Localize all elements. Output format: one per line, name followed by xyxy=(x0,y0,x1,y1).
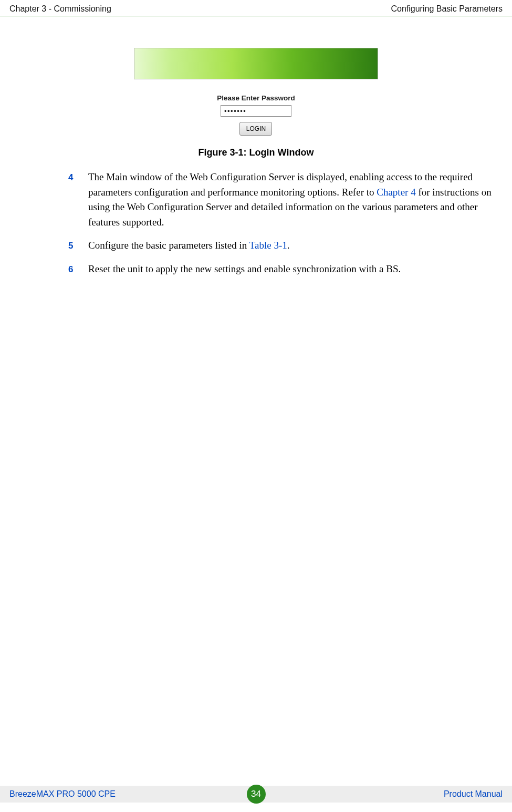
step-text: Reset the unit to apply the new settings… xyxy=(88,262,497,277)
login-form: Please Enter Password LOGIN xyxy=(217,94,295,136)
figure-login-window: Please Enter Password LOGIN Figure 3-1: … xyxy=(9,48,503,158)
page-content: Please Enter Password LOGIN Figure 3-1: … xyxy=(0,16,512,276)
step-number: 4 xyxy=(68,170,77,230)
list-item: 5 Configure the basic parameters listed … xyxy=(68,238,497,253)
login-button[interactable]: LOGIN xyxy=(239,122,272,136)
step-text-part: Configure the basic parameters listed in xyxy=(88,240,249,251)
step-text: Configure the basic parameters listed in… xyxy=(88,238,497,253)
step-text-part: . xyxy=(287,240,290,251)
step-text: The Main window of the Web Configuration… xyxy=(88,170,497,230)
page-header: Chapter 3 - Commissioning Configuring Ba… xyxy=(0,0,512,16)
header-section: Configuring Basic Parameters xyxy=(391,4,503,14)
step-list: 4 The Main window of the Web Configurati… xyxy=(9,170,503,276)
step-number: 6 xyxy=(68,262,77,277)
step-number: 5 xyxy=(68,238,77,253)
login-screenshot: Please Enter Password LOGIN xyxy=(134,48,378,136)
list-item: 6 Reset the unit to apply the new settin… xyxy=(68,262,497,277)
page-footer: BreezeMAX PRO 5000 CPE 34 Product Manual xyxy=(0,786,512,803)
password-input[interactable] xyxy=(221,105,291,117)
link-chapter-4[interactable]: Chapter 4 xyxy=(377,187,415,198)
page-number-badge: 34 xyxy=(247,785,266,804)
link-table-3-1[interactable]: Table 3-1 xyxy=(249,240,287,251)
footer-doc-title: Product Manual xyxy=(444,789,503,799)
header-chapter: Chapter 3 - Commissioning xyxy=(9,4,111,14)
figure-caption: Figure 3-1: Login Window xyxy=(9,147,503,158)
password-label: Please Enter Password xyxy=(217,94,295,102)
footer-product: BreezeMAX PRO 5000 CPE xyxy=(9,789,116,799)
step-text-part: Reset the unit to apply the new settings… xyxy=(88,263,401,274)
login-banner xyxy=(134,48,378,79)
list-item: 4 The Main window of the Web Configurati… xyxy=(68,170,497,230)
